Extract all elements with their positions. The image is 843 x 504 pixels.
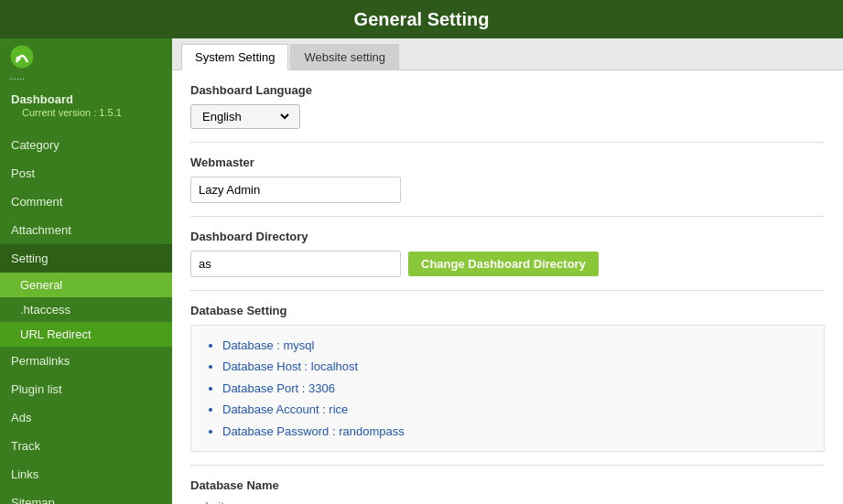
db-item-1: Database Host : localhost (222, 356, 809, 377)
sidebar-item-dashboard[interactable]: Dashboard Current version : 1.5.1 (0, 85, 172, 131)
dashboard-version: Current version : 1.5.1 (11, 107, 161, 123)
sidebar-item-general[interactable]: General (0, 273, 172, 297)
divider-2 (190, 216, 825, 217)
change-directory-button[interactable]: Change Dashboard Directory (408, 252, 599, 276)
db-item-3: Database Account : rice (222, 399, 809, 420)
database-info-list: Database : mysql Database Host : localho… (206, 335, 809, 442)
sidebar-item-track[interactable]: Track (0, 432, 172, 460)
divider-1 (190, 142, 825, 143)
main-content: System Setting Website setting Dashboard… (172, 38, 843, 504)
tab-bar: System Setting Website setting (172, 38, 843, 70)
webmaster-input[interactable] (190, 177, 401, 203)
db-item-4: Database Password : randompass (222, 421, 809, 442)
logo-icon (9, 44, 35, 70)
language-select-wrap[interactable]: English (190, 104, 300, 129)
sidebar-item-setting[interactable]: Setting (0, 244, 172, 273)
sidebar-item-ads[interactable]: Ads (0, 403, 172, 432)
database-name-value: website (190, 499, 825, 504)
sidebar: ...... Dashboard Current version : 1.5.1… (0, 38, 172, 504)
directory-row: Change Dashboard Directory (190, 251, 825, 277)
page-header: General Setting (0, 0, 843, 38)
db-item-0: Database : mysql (222, 335, 809, 356)
sidebar-item-comment[interactable]: Comment (0, 188, 172, 216)
sidebar-item-links[interactable]: Links (0, 460, 172, 488)
sidebar-item-category[interactable]: Category (0, 131, 172, 159)
sidebar-item-post[interactable]: Post (0, 159, 172, 188)
sidebar-item-url-redirect[interactable]: URL Redirect (0, 322, 172, 347)
webmaster-label: Webmaster (190, 155, 825, 169)
sidebar-item-plugin-list[interactable]: Plugin list (0, 375, 172, 403)
page-title: General Setting (354, 9, 490, 30)
database-name-label: Database Name (190, 478, 825, 492)
db-item-2: Database Port : 3306 (222, 378, 809, 399)
tab-website-setting[interactable]: Website setting (290, 44, 399, 70)
dashboard-label: Dashboard (11, 92, 161, 106)
sidebar-logo (0, 38, 172, 71)
dashboard-directory-label: Dashboard Directory (190, 230, 825, 243)
content-inner: Dashboard Language English Webmaster Das… (172, 70, 843, 504)
sidebar-dots: ...... (0, 71, 172, 85)
sidebar-item-attachment[interactable]: Attachment (0, 216, 172, 244)
dashboard-language-label: Dashboard Language (190, 83, 825, 97)
language-select[interactable]: English (199, 109, 292, 124)
dashboard-directory-input[interactable] (190, 251, 401, 277)
sidebar-item-sitemap[interactable]: Sitemap (0, 488, 172, 504)
divider-3 (190, 290, 825, 291)
database-info-section: Database : mysql Database Host : localho… (190, 325, 825, 452)
tab-system-setting[interactable]: System Setting (181, 44, 288, 70)
svg-point-1 (16, 57, 21, 61)
sidebar-item-htaccess[interactable]: .htaccess (0, 297, 172, 322)
database-setting-label: Database Setting (190, 304, 825, 317)
sidebar-item-permalinks[interactable]: Permalinks (0, 347, 172, 375)
divider-4 (190, 465, 825, 466)
